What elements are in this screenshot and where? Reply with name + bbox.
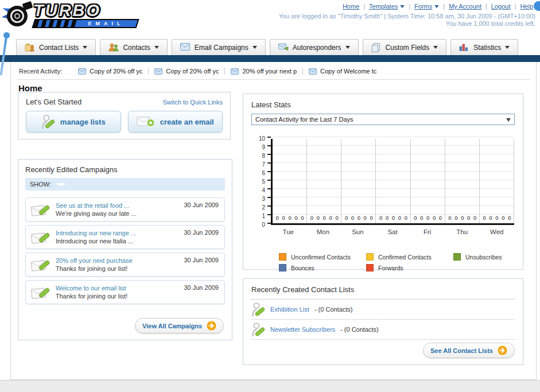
recent-activity-item: Copy of 20% off yc (72, 68, 148, 75)
y-axis-tick-label: 10 (259, 135, 265, 142)
chevron-down-icon (506, 118, 511, 122)
campaign-title-link[interactable]: 20% off your next purchase (56, 257, 133, 265)
data-value-label: 0 (461, 215, 464, 221)
chevron-down-icon (83, 46, 87, 49)
y-axis-tick-label: 4 (262, 187, 265, 193)
navy-divider-bar (0, 55, 540, 62)
x-axis-tick-label: Fri (410, 228, 445, 235)
chevron-down-icon (400, 5, 405, 8)
contact-list-count: - (0 Contacts) (314, 306, 353, 313)
envelope-icon (231, 68, 239, 75)
campaign-row[interactable]: Introducing our new range ... Introducin… (25, 225, 225, 249)
legend-item: Forwards (366, 262, 453, 273)
top-nav-link[interactable]: Home (343, 3, 359, 10)
logo-bar: EMAIL (32, 19, 139, 28)
data-value-label: 0 (370, 215, 373, 221)
envelope-plus-icon (137, 115, 155, 128)
tab-label: Autoresponders (293, 44, 341, 52)
envelope-pencil-icon (31, 201, 50, 218)
tab-label: Custom Fields (386, 44, 430, 52)
chevron-down-icon (154, 46, 159, 49)
top-nav-link[interactable]: My Account (449, 3, 481, 10)
campaign-filter[interactable] (105, 183, 113, 185)
x-axis-tick-label: Mon (306, 228, 341, 235)
data-value-label: 0 (426, 215, 429, 221)
campaign-filter[interactable] (89, 183, 97, 185)
get-started-panel: Let's Get Started Switch to Quick Links … (18, 92, 231, 139)
stats-period-dropdown[interactable]: Contact Activity for the Last 7 Days (251, 114, 515, 125)
credits-text: You have 1,000 total credits left. (446, 20, 535, 27)
recent-activity-link[interactable]: Copy of 20% off yc (90, 68, 142, 75)
chevron-down-icon (505, 46, 510, 49)
footer-strip (0, 380, 540, 392)
top-nav-link[interactable]: Logout (491, 3, 511, 10)
data-value-label: 0 (398, 215, 401, 221)
campaign-title-link[interactable]: Introducing our new range ... (56, 229, 136, 237)
recent-activity-link[interactable]: Copy of Welcome tc (320, 68, 376, 75)
tab-contacts[interactable]: Contacts (100, 39, 167, 55)
legend-item: Confirmed Contacts (366, 251, 453, 262)
top-nav-link[interactable]: Templates (369, 3, 398, 10)
create-email-label: create an email (160, 118, 214, 126)
campaign-title-link[interactable]: Welcome to our email list (56, 284, 127, 292)
contact-list-link[interactable]: Exhibition List (270, 306, 309, 313)
legend-swatch (366, 264, 374, 271)
arrow-circle-icon (498, 346, 507, 355)
campaign-row[interactable]: 20% off your next purchase Thanks for jo… (25, 253, 225, 277)
autoresponders-icon (278, 43, 289, 52)
legend-label: Confirmed Contacts (378, 254, 432, 261)
x-axis-tick-label: Thu (445, 228, 480, 235)
top-nav-link[interactable]: Forms (414, 3, 432, 10)
statistics-icon (459, 43, 469, 52)
campaign-subtitle: We're giving away our late ... (56, 209, 137, 218)
campaign-subtitle: Introducing our new Italia ... (56, 237, 136, 245)
latest-stats-panel: Latest Stats Contact Activity for the La… (243, 94, 523, 270)
help-bubble-icon[interactable] (534, 1, 540, 11)
data-value-label: 0 (358, 215, 360, 221)
legend-label: Unsubscribes (465, 254, 502, 261)
tab-label: Contact Lists (39, 44, 79, 52)
logo-title: TURBO (33, 3, 138, 18)
recent-activity-link[interactable]: 20% off your next p (242, 68, 297, 75)
campaign-row[interactable]: Welcome to our email list Thanks for joi… (25, 280, 225, 304)
recent-activity-link[interactable]: Copy of 20% off yc (166, 68, 219, 75)
manage-lists-button[interactable]: manage lists (26, 111, 121, 133)
tab-contact-lists[interactable]: Contact Lists (16, 39, 96, 55)
switch-quick-links-link[interactable]: Switch to Quick Links (162, 99, 223, 106)
legend-swatch (453, 253, 461, 261)
top-nav-link[interactable]: Help (520, 3, 533, 10)
campaign-row[interactable]: See us at the retail food ... We're givi… (25, 197, 225, 222)
data-value-label: 0 (317, 215, 320, 221)
tab-autoresponders[interactable]: Autoresponders (270, 39, 359, 55)
contact-list-row[interactable]: Newsletter Subscribers - (0 Contacts) (251, 320, 515, 340)
view-all-campaigns-label: View All Campaigns (142, 323, 202, 329)
data-value-label: 0 (502, 215, 504, 221)
legend-swatch (279, 253, 286, 261)
contact-list-link[interactable]: Newsletter Subscribers (270, 326, 335, 333)
create-email-button[interactable]: create an email (128, 111, 223, 133)
data-value-label: 0 (386, 215, 389, 221)
show-label: SHOW: (30, 181, 51, 188)
legend-swatch (366, 253, 374, 261)
turbo-email-logo[interactable]: TURBO EMAIL (5, 2, 138, 29)
divider (17, 79, 530, 80)
data-value-label: 0 (448, 215, 451, 221)
campaign-filter[interactable] (73, 183, 81, 185)
campaign-filter[interactable] (57, 183, 65, 185)
turbo-icon (5, 2, 31, 29)
y-axis-tick-label: 9 (262, 144, 265, 150)
campaign-filter-bar: SHOW: (25, 178, 225, 191)
campaign-title-link[interactable]: See us at the retail food ... (56, 201, 137, 209)
campaign-rows: See us at the retail food ... We're givi… (25, 197, 225, 304)
tab-statistics[interactable]: Statistics (450, 39, 518, 55)
tab-custom-fields[interactable]: Custom Fields (363, 39, 447, 55)
chart-y-axis: 012345678910 (256, 139, 265, 225)
contact-list-row[interactable]: Exhibition List - (0 Contacts) (251, 300, 515, 320)
tab-label: Statistics (473, 44, 501, 52)
see-all-contact-lists-button[interactable]: See All Contact Lists (423, 343, 515, 358)
filter-tabs (51, 183, 113, 185)
data-value-label: 0 (351, 215, 354, 221)
y-axis-tick-label: 3 (262, 196, 265, 202)
tab-email-campaigns[interactable]: Email Campaigns (172, 39, 266, 55)
view-all-campaigns-button[interactable]: View All Campaigns (135, 318, 224, 333)
